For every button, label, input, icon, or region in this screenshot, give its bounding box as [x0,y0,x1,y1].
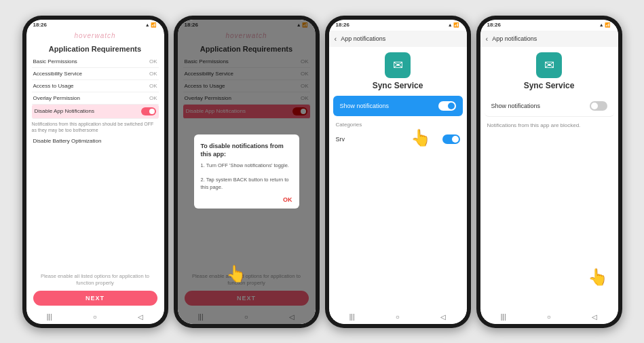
app-icon-3: ✉ [385,52,411,78]
nav-back-4[interactable]: ||| [501,313,506,321]
dialog-step2: 2. Tap system BACK button to return to t… [201,177,292,191]
time-3: 18:26 [336,22,349,28]
nav-home-1[interactable]: ○ [93,313,97,321]
phones-container: 18:26 ▲ 📶 hoverwatch Application Require… [16,9,629,335]
show-notif-label-4: Show notifications [491,103,541,109]
app-notif-title-4: App notifications [492,35,537,42]
nav-home-4[interactable]: ○ [547,313,551,321]
dialog-step1: 1. Turn OFF 'Show notifications' toggle. [201,162,292,170]
app-icon-symbol-4: ✉ [544,58,554,73]
req-label: Basic Permissions [33,58,77,65]
cursor-hand-4: 👆 [588,268,608,287]
req-item-disable-1: Disable App Notifications [32,105,159,119]
req-status: OK [149,95,157,101]
app-notif-header-3: ‹ App notifications [329,31,467,47]
back-arrow-3[interactable]: ‹ [335,35,337,43]
nav-recent-3[interactable]: ◁ [440,313,446,321]
req-label: Access to Usage [33,83,74,89]
time-4: 18:26 [487,22,501,28]
nav-back-1[interactable]: ||| [47,313,52,321]
nav-recent-1[interactable]: ◁ [138,313,143,321]
status-bar-1: 18:26 ▲ 📶 [26,20,164,31]
dialog-ok-button[interactable]: OK [283,196,292,203]
disable-battery-1: Disable Battery Optimization [26,135,164,145]
blocked-text-4: Notifications from this app are blocked. [480,117,618,134]
next-button-1[interactable]: NEXT [33,291,157,306]
nav-bar-3: ||| ○ ◁ [329,310,467,324]
show-notif-row-4: Show notifications [485,96,614,117]
cursor-hand-2: 👆 [226,264,246,283]
enable-text-1: Please enable all listed options for app… [33,273,157,287]
phone-1: 18:26 ▲ 📶 hoverwatch Application Require… [22,16,168,328]
req-label-disable: Disable App Notifications [35,108,95,114]
icons-1: ▲ 📶 [145,22,157,28]
req-label: Overlay Permission [33,95,80,101]
nav-bar-4: ||| ○ ◁ [480,310,618,324]
dialog-body: 1. Turn OFF 'Show notifications' toggle.… [201,162,292,191]
toggle-srv-3[interactable] [442,134,460,144]
req-item-usage-1: Access to Usage OK [32,80,159,92]
req-status: OK [149,58,157,65]
req-item-basic-1: Basic Permissions OK [32,56,159,68]
req-list-1: Basic Permissions OK Accessibility Servi… [26,56,164,119]
nav-recent-4[interactable]: ◁ [592,313,597,321]
dialog-box: To disable notifications from this app: … [194,134,299,209]
sync-service-title-3: Sync Service [329,81,467,90]
app-notif-header-4: ‹ App notifications [480,31,618,47]
notif-hint-1: Notifications from this application shou… [26,119,164,135]
toggle-show-notif-4[interactable] [590,101,607,111]
cursor-hand-3: 👆 [411,128,431,147]
icons-4: ▲ 📶 [599,22,611,28]
phone-3: 18:26 ▲ 📶 ‹ App notifications ✉ Sync Ser… [325,16,471,328]
app-req-title-1: Application Requirements [26,41,164,56]
toggle-notifications-1[interactable] [141,107,156,115]
icons-3: ▲ 📶 [448,22,460,28]
dialog-title: To disable notifications from this app: [201,143,292,158]
status-bar-4: 18:26 ▲ 📶 [480,20,618,31]
back-arrow-4[interactable]: ‹ [486,35,489,43]
req-item-overlay-1: Overlay Permission OK [32,92,159,105]
nav-home-3[interactable]: ○ [396,313,400,321]
sync-service-title-4: Sync Service [480,81,618,90]
app-icon-4: ✉ [536,52,562,78]
categories-label-3: Categories [329,116,467,130]
srv-row-3: Srv [329,130,467,148]
app-icon-symbol-3: ✉ [393,58,403,73]
app-notif-title-3: App notifications [341,35,385,42]
nav-bar-1: ||| ○ ◁ [26,310,164,324]
dialog-footer: OK [201,196,292,203]
time-1: 18:26 [33,22,47,28]
phone-2: 18:26 ▲ 📶 hoverwatch Application Require… [174,16,320,328]
req-item-access-1: Accessibility Service OK [32,68,159,80]
srv-label-3: Srv [336,136,345,143]
show-notif-label-3: Show notifications [340,103,390,109]
status-bar-3: 18:26 ▲ 📶 [329,20,467,31]
phone-4: 18:26 ▲ 📶 ‹ App notifications ✉ Sync Ser… [476,16,622,328]
dialog-overlay: To disable notifications from this app: … [178,20,316,324]
req-status: OK [149,71,157,77]
brand-1: hoverwatch [26,31,164,41]
req-status: OK [149,83,157,89]
toggle-show-notif-3[interactable] [438,101,456,111]
req-label: Accessibility Service [33,71,82,77]
nav-back-3[interactable]: ||| [349,313,355,321]
show-notif-row-3: Show notifications [333,96,463,116]
